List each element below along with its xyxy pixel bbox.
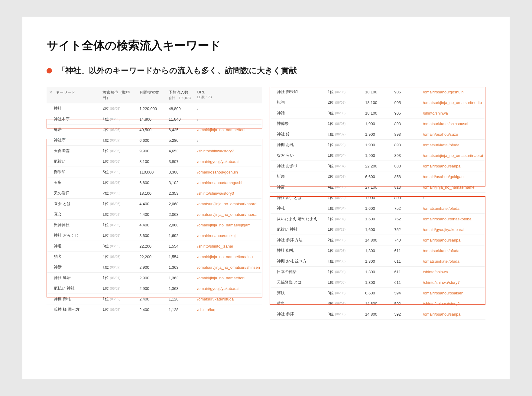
table-row[interactable]: 神札1位(06/04)1,600752/omatsuri/katei/ofuda	[270, 203, 485, 214]
rank-cell: 1位(06/05)	[325, 245, 363, 256]
url-link[interactable]: /omairi/jinja_no_namae/kooainu	[197, 255, 253, 259]
url-link[interactable]: /shinto/shinwa/story3	[197, 191, 234, 196]
table-row[interactable]: 祈願2位(06/05)6,600858/omairi/osahou/gokiga…	[270, 171, 485, 182]
url-cell: /omatsuri/jinja_no_omatsuri/naorai	[195, 199, 262, 209]
table-row[interactable]: 黄泉3位(06/05)14,800592/shinto/shinwa/story…	[270, 298, 485, 309]
url-link[interactable]: /omatsuri/jinja_no_omatsuri/naorai	[197, 212, 258, 217]
rank-cell: 1位(06/02)	[100, 262, 137, 273]
table-row[interactable]: 神社 御札1位(06/05)1,300611/omatsuri/katei/of…	[270, 245, 485, 256]
url-link[interactable]: /omairi/jinja_no_namae/ujigami	[197, 223, 251, 227]
estimate-cell: 611	[392, 256, 420, 267]
url-link[interactable]: /omairi/gyouji/yakubarai	[197, 286, 239, 291]
table-row[interactable]: 厄祓い1位(06/05)8,1003,807/omairi/gyouji/yak…	[47, 156, 262, 167]
table-row[interactable]: 神社本庁1位(06/05)14,80011,840/	[47, 114, 262, 125]
table-row[interactable]: 神棚 お札 並べ方1位(06/05)1,300611/omatsuri/kate…	[270, 256, 485, 267]
url-link[interactable]: /omatsuri/katei/ofuda	[423, 206, 459, 211]
col-rank[interactable]: 検索順位（取得日）	[100, 87, 137, 103]
table-row[interactable]: 天孫降臨1位(06/05)9,9004,653/shinto/shinwa/st…	[47, 146, 262, 156]
url-cell: /omairi/gyouji/yakubarai	[195, 283, 262, 294]
col-est[interactable]: 予想流入数合計：165,073	[166, 87, 195, 103]
table-row[interactable]: 神社 おみくじ1位(06/05)3,6001,692/omairi/osahou…	[47, 230, 262, 241]
table-row[interactable]: 狛犬4位(06/05)22,2001,554/omairi/jinja_no_n…	[47, 252, 262, 262]
col-keyword[interactable]: ✕キーワード	[47, 87, 100, 103]
url-link[interactable]: /omairi/gyouji/yakubarai	[197, 159, 239, 164]
url-link[interactable]: /shinto/shinwa	[423, 270, 448, 274]
table-row[interactable]: 鳥居2位(06/05)49,5006,435/omairi/jinja_no_n…	[47, 125, 262, 135]
rank-cell: 2位(06/05)	[100, 188, 137, 199]
url-link[interactable]: /omairi/jinja_no_namae/torii	[197, 276, 245, 280]
url-link[interactable]: /omatsuri/katei/shinsousai	[423, 122, 468, 126]
table-row[interactable]: 神社 鳥居1位(06/01)2,9001,363/omairi/jinja_no…	[47, 273, 262, 283]
table-row[interactable]: 厄祓い 神社1位(06/29)1,600752/omairi/gyouji/ya…	[270, 224, 485, 235]
table-row[interactable]: 神社庁1位(06/02)6,6005,280/	[47, 135, 262, 146]
table-row[interactable]: 神社 参拝3位(06/05)14,800592/omairi/osahou/sa…	[270, 309, 485, 320]
table-row[interactable]: 玉串1位(06/05)6,6003,102/omairi/osahou/tama…	[47, 177, 262, 188]
url-link[interactable]: /omairi/osahou/goshuin	[423, 90, 463, 94]
table-row[interactable]: 直会1位(06/01)4,4002,068/omatsuri/jinja_no_…	[47, 209, 262, 220]
url-link[interactable]: /omairi/jinja_no_namae/name	[423, 185, 475, 190]
url-link[interactable]: /omatsuri/katei/ofuda	[197, 297, 234, 301]
table-row[interactable]: 神饌1位(06/02)2,9001,363/omatsuri/jinja_no_…	[47, 262, 262, 273]
url-link[interactable]: /omatsuri/katei/ofuda	[423, 143, 459, 147]
table-row[interactable]: 氏神神社1位(06/05)4,4002,068/omairi/jinja_no_…	[47, 220, 262, 230]
estimate-cell: 1,363	[166, 262, 195, 273]
table-row[interactable]: 神棚 お札1位(06/29)1,900893/omatsuri/katei/of…	[270, 140, 485, 150]
url-link[interactable]: /shinto/shinwa	[423, 111, 448, 115]
url-link[interactable]: /omairi/osahou/sanpai	[423, 312, 461, 316]
url-link[interactable]: /omairi/osahou/tamagushi	[197, 180, 242, 185]
url-link[interactable]: /omairi/osahou/osaisen	[423, 291, 463, 295]
table-row[interactable]: 神社本庁 とは1位(06/29)1,000800/	[270, 193, 485, 203]
url-link[interactable]: /omairi/osahou/omikuji	[197, 233, 236, 238]
table-row[interactable]: なお らい1位(06/04)1,900893/omatsuri/jinja_no…	[270, 150, 485, 161]
table-row[interactable]: 神葬祭1位(06/03)1,900893/omatsuri/katei/shin…	[270, 118, 485, 129]
url-link[interactable]: /omairi/osahou/gokigan	[423, 174, 463, 179]
url-link[interactable]: /shinto/shinwa/story7	[423, 280, 459, 285]
url-link[interactable]: /omatsuri/katei/ofuda	[423, 248, 459, 253]
col-url[interactable]: URLLP数：73	[195, 87, 262, 103]
table-row[interactable]: 祝詞2位(06/05)18,100905/omatsuri/jinja_no_o…	[270, 97, 485, 108]
table-row[interactable]: 氏神 様 調べ方1位(06/05)2,4001,128/shinto/faq	[47, 304, 262, 315]
keyword-cell: 祝詞	[270, 97, 325, 108]
table-row[interactable]: 神道3位(06/05)22,2001,554/shinto/shinto_iza…	[47, 241, 262, 252]
url-link[interactable]: /omairi/osahou/goshuin	[197, 170, 238, 174]
url-link[interactable]: /omatsuri/jinja_no_omatsuri/naorai	[423, 153, 483, 158]
table-row[interactable]: 神社 御朱印1位(06/05)18,100905/omairi/osahou/g…	[270, 87, 485, 97]
table-row[interactable]: 厄払い 神社1位(06/02)2,9001,363/omairi/gyouji/…	[47, 283, 262, 294]
table-row[interactable]: 神社2位(06/05)1,220,00048,800/	[47, 103, 262, 114]
table-row[interactable]: 神宮4位(06/05)27,100813/omairi/jinja_no_nam…	[270, 182, 485, 193]
url-link[interactable]: /omatsuri/jinja_no_omatsuri/norito	[423, 100, 482, 105]
rank-cell: 2位(06/05)	[325, 235, 363, 245]
url-link[interactable]: /omatsuri/jinja_no_omatsuri/shinsen	[197, 265, 260, 270]
table-row[interactable]: 天の岩戸2位(06/05)18,1002,353/shinto/shinwa/s…	[47, 188, 262, 199]
estimate-cell: 752	[392, 214, 420, 224]
table-row[interactable]: 直会 とは1位(06/05)4,4002,068/omatsuri/jinja_…	[47, 199, 262, 209]
url-link[interactable]: /shinto/faq	[197, 307, 216, 312]
url-link[interactable]: /omairi/jinja_no_namae/torii	[197, 128, 245, 132]
url-cell: /shinto/shinwa	[420, 108, 485, 118]
table-row[interactable]: 神棚 御札1位(06/02)2,4001,128/omatsuri/katei/…	[47, 294, 262, 304]
table-row[interactable]: 賽銭3位(06/03)6,600594/omairi/osahou/osaise…	[270, 288, 485, 298]
table-row[interactable]: 御朱印5位(06/05)110,0003,300/omairi/osahou/g…	[47, 167, 262, 177]
close-icon[interactable]: ✕	[49, 90, 53, 95]
url-link[interactable]: /omatsuri/jinja_no_omatsuri/naorai	[197, 202, 258, 206]
table-row[interactable]: 神社 鈴1位(06/02)1,900893/omairi/osahou/suzu	[270, 129, 485, 140]
url-link[interactable]: /shinto/shinto_izanai	[197, 244, 233, 248]
table-row[interactable]: 神話3位(06/05)18,100905/shinto/shinwa	[270, 108, 485, 118]
url-link[interactable]: /shinto/shinwa/story7	[197, 149, 234, 153]
col-volume[interactable]: 月間検索数	[137, 87, 166, 103]
table-row[interactable]: 祓いたまえ 清めたまえ1位(06/04)1,600752/omairi/osah…	[270, 214, 485, 224]
url-link[interactable]: /omairi/osahou/suzu	[423, 132, 458, 137]
table-row[interactable]: 神社 お参り3位(06/04)22,200888/omairi/osahou/s…	[270, 161, 485, 171]
url-link[interactable]: /omatsuri/katei/ofuda	[423, 259, 459, 264]
keyword-cell: 神社 御朱印	[270, 87, 325, 97]
url-link[interactable]: /shinto/shinwa/story2	[423, 301, 459, 306]
url-link[interactable]: /omairi/osahou/sanpai	[423, 238, 461, 242]
url-link[interactable]: /omairi/gyouji/yakubarai	[423, 227, 464, 232]
url-link[interactable]: /omairi/osahou/sanpai	[423, 164, 461, 168]
table-row[interactable]: 天孫降臨 とは1位(06/03)1,300611/shinto/shinwa/s…	[270, 277, 485, 288]
table-row[interactable]: 神社 参拝 方法2位(06/05)14,800740/omairi/osahou…	[270, 235, 485, 245]
volume-cell: 1,300	[363, 245, 392, 256]
estimate-cell: 11,840	[166, 114, 195, 125]
url-link[interactable]: /omairi/osahou/tonaekotoba	[423, 217, 471, 221]
table-row[interactable]: 日本の神話1位(06/04)1,300611/shinto/shinwa	[270, 267, 485, 277]
